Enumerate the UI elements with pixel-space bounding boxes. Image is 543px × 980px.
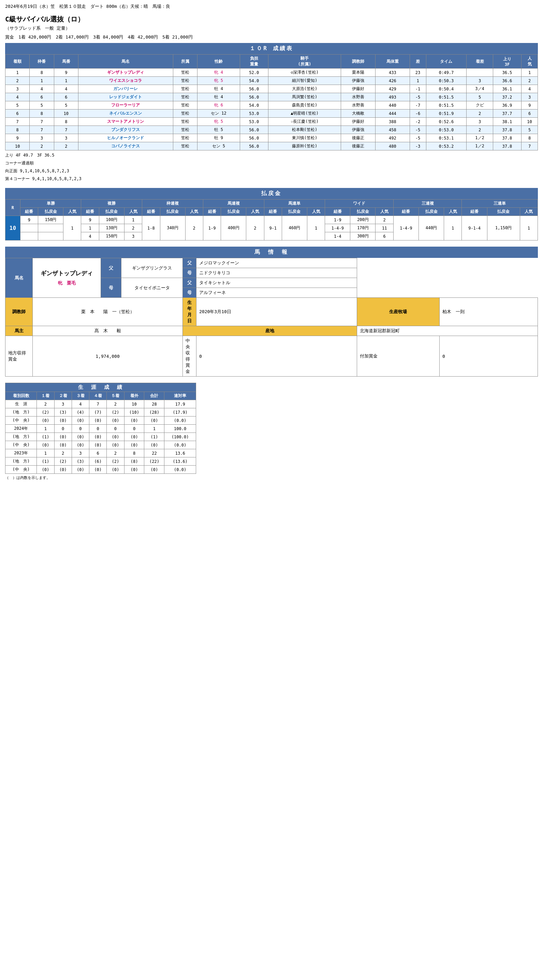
cell-body: 480 — [375, 142, 410, 150]
career-total: (0) — [144, 417, 164, 425]
career-col-header: 合計 — [144, 392, 164, 400]
owner-value: 髙 木 毅 — [33, 326, 183, 336]
career-c3: (0) — [72, 466, 89, 474]
career-total: (0) — [144, 466, 164, 474]
career-c5: (0) — [107, 417, 124, 425]
info-line-3: 向正面 9,1,4,10,6,5,8,7,2,3 — [5, 168, 538, 174]
cell-weight: 56.0 — [240, 134, 268, 142]
career-period: (地 方) — [5, 457, 37, 466]
cell-belong: 笠松 — [173, 85, 197, 93]
cell-belong: 笠松 — [173, 77, 197, 85]
wakuren-amount: 340円 — [160, 216, 185, 240]
career-cx: 8 — [124, 449, 144, 457]
cell-frame: 8 — [30, 68, 54, 77]
cell-diff: -5 — [410, 126, 426, 134]
results-table: 着順 枠番 馬番 馬名 所属 性齢 負担重量 騎手(所属) 調教師 馬体重 差 … — [5, 54, 538, 150]
career-col-header: 着外 — [124, 392, 144, 400]
cell-last3f: 37.2 — [493, 93, 521, 101]
father-name: ギンザグリングラス — [121, 258, 183, 278]
wide-amount-2: 170円 — [350, 224, 376, 232]
cell-weight: 54.0 — [240, 77, 268, 85]
cell-rank: 2 — [5, 77, 30, 85]
payout-sanrentan-header: 三連複 — [393, 200, 462, 208]
ph-combo1: 組番 — [20, 208, 38, 216]
career-c2: 0 — [54, 425, 72, 433]
career-c1: (1) — [37, 457, 54, 466]
origin-value: 北海道新冠郡新冠町 — [357, 326, 538, 336]
umatansho-combo: 9-1 — [264, 216, 282, 240]
career-total: 28 — [144, 400, 164, 408]
table-row: 10 2 2 コパノライナス 笠松 セン 5 56.0 藤原幹(笠松) 後藤正 … — [5, 142, 538, 150]
career-period: (中 央) — [5, 466, 37, 474]
col-margin: 着差 — [467, 54, 493, 68]
wakuren-pop: 2 — [185, 216, 203, 240]
career-cx: (0) — [124, 441, 144, 449]
ph-pop8: 人気 — [520, 208, 538, 216]
fukusho-amount-2: 130円 — [99, 224, 124, 232]
cell-diff: -6 — [410, 110, 426, 118]
cell-body: 433 — [375, 68, 410, 77]
cell-time: 0:50.3 — [426, 77, 467, 85]
local-prize-label: 地方収得賞金 — [5, 336, 33, 377]
cell-margin: 3 — [467, 118, 493, 126]
career-total: 22 — [144, 449, 164, 457]
cell-trainer: 栗本陽 — [341, 68, 376, 77]
sanrentan-amount: 440円 — [419, 216, 444, 240]
career-c2: 3 — [54, 400, 72, 408]
ph-combo3: 組番 — [142, 208, 160, 216]
cell-belong: 笠松 — [173, 134, 197, 142]
career-cx: (0) — [124, 417, 144, 425]
career-row: (地 方) (1) (0) (0) (0) (0) (0) (1) (100.0… — [5, 433, 196, 441]
cell-belong: 笠松 — [173, 101, 197, 110]
bonus-value: 0 — [439, 336, 538, 377]
career-c3: 3 — [72, 449, 89, 457]
table-row: 9 3 3 ヒルノオークランド 笠松 牡 9 56.0 東川慎(笠松) 後藤正 … — [5, 134, 538, 142]
career-cx: (10) — [124, 408, 144, 417]
payout-r-header: R — [5, 200, 21, 216]
horse-name-label: 馬名 — [5, 258, 33, 298]
ph-pop7: 人気 — [444, 208, 462, 216]
cell-frame: 3 — [30, 134, 54, 142]
career-cx: (8) — [124, 457, 144, 466]
career-c4: 7 — [89, 400, 107, 408]
col-sexage: 性齢 — [197, 54, 240, 68]
umatansho-pop: 1 — [307, 216, 325, 240]
career-c5: (0) — [107, 441, 124, 449]
cell-pop: 6 — [522, 110, 538, 118]
cell-diff: 23 — [410, 68, 426, 77]
cell-diff: 1 — [410, 77, 426, 85]
cell-sexage: セン 12 — [197, 110, 240, 118]
career-c5: 2 — [107, 400, 124, 408]
cell-jockey: ◇深澤杏(笠松) — [268, 68, 341, 77]
career-c2: (0) — [54, 466, 72, 474]
career-row: (中 央) (0) (0) (0) (0) (0) (0) (0) (0.0) — [5, 417, 196, 425]
career-rate: (100.0) — [164, 433, 196, 441]
wide-pop-1: 2 — [376, 216, 393, 224]
career-c1: (0) — [37, 417, 54, 425]
cell-jockey: 細川智(愛知) — [268, 77, 341, 85]
cell-last3f: 36.9 — [493, 101, 521, 110]
career-col-header: 着別回数 — [5, 392, 37, 400]
cell-last3f: 37.8 — [493, 134, 521, 142]
career-c3: (3) — [72, 457, 89, 466]
cell-rank: 7 — [5, 118, 30, 126]
cell-diff: -7 — [410, 101, 426, 110]
career-period: (地 方) — [5, 433, 37, 441]
horse-info-table: 馬名 ギンザトップレディ 牝 栗毛 父 ギンザグリングラス 父 メジロマックイー… — [5, 258, 538, 377]
cell-pop: 7 — [522, 142, 538, 150]
cell-num: 3 — [54, 134, 78, 142]
payout-wide-header: ワイド — [325, 200, 393, 208]
cell-body: 440 — [375, 101, 410, 110]
cell-last3f: 37.8 — [493, 126, 521, 134]
career-c3: 4 — [72, 400, 89, 408]
cell-time: 0:53.2 — [426, 142, 467, 150]
fukusho-amount-3: 150円 — [99, 232, 124, 240]
cell-belong: 笠松 — [173, 110, 197, 118]
cell-name: ギンザトップレディ — [78, 68, 173, 77]
col-last3f: 上り3F — [493, 54, 521, 68]
cell-num: 9 — [54, 68, 78, 77]
career-c2: (0) — [54, 433, 72, 441]
payout-r: 10 — [5, 216, 21, 240]
wide-pop-3: 6 — [376, 232, 393, 240]
birthdate-value: 2020年3月10日 — [196, 298, 357, 326]
